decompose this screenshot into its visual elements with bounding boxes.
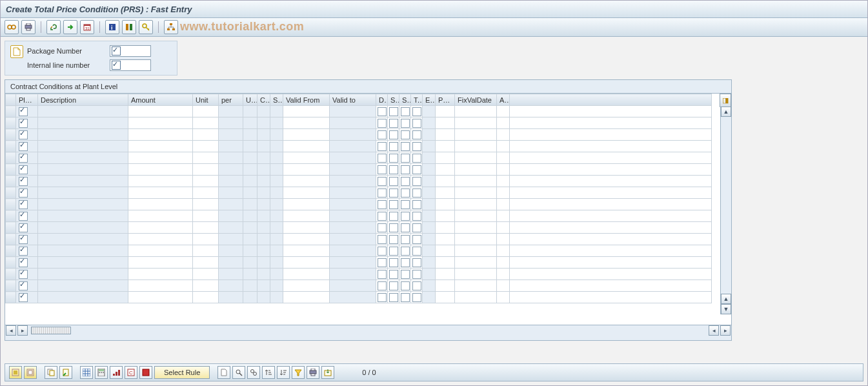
column-header-unit[interactable]: Unit bbox=[193, 94, 219, 106]
cell[interactable] bbox=[283, 117, 330, 129]
cell[interactable] bbox=[38, 199, 128, 210]
cell[interactable] bbox=[219, 152, 243, 164]
cell[interactable] bbox=[388, 269, 399, 280]
print-icon[interactable] bbox=[307, 366, 319, 379]
row-check-icon[interactable] bbox=[19, 119, 28, 128]
cell[interactable] bbox=[411, 164, 423, 176]
cell[interactable] bbox=[219, 292, 243, 303]
checkbox-icon[interactable] bbox=[412, 235, 421, 244]
cell[interactable] bbox=[243, 117, 257, 129]
cell[interactable] bbox=[330, 234, 376, 245]
cell[interactable] bbox=[388, 187, 399, 199]
package-number-input[interactable] bbox=[110, 45, 151, 57]
row-check-icon[interactable] bbox=[19, 223, 28, 232]
find-icon[interactable] bbox=[232, 366, 245, 379]
cell[interactable] bbox=[436, 164, 455, 176]
cell[interactable] bbox=[411, 152, 423, 164]
cell[interactable] bbox=[376, 292, 388, 303]
cell[interactable] bbox=[423, 106, 436, 117]
column-header-validto[interactable]: Valid to bbox=[330, 94, 376, 106]
print-icon[interactable] bbox=[21, 20, 35, 34]
cell[interactable] bbox=[219, 176, 243, 187]
deselect-all-icon[interactable] bbox=[24, 366, 37, 379]
cell[interactable] bbox=[388, 234, 399, 245]
cell[interactable] bbox=[399, 257, 411, 269]
new-page-icon[interactable] bbox=[217, 366, 230, 379]
cell[interactable] bbox=[38, 210, 128, 222]
cell[interactable] bbox=[376, 176, 388, 187]
cell[interactable] bbox=[128, 129, 193, 141]
cell[interactable] bbox=[376, 141, 388, 152]
cell[interactable] bbox=[38, 292, 128, 303]
row-selector[interactable] bbox=[6, 152, 16, 164]
cell[interactable] bbox=[128, 141, 193, 152]
cell-plant[interactable] bbox=[16, 199, 38, 210]
cell[interactable] bbox=[423, 129, 436, 141]
cell[interactable] bbox=[330, 117, 376, 129]
cell-plant[interactable] bbox=[16, 176, 38, 187]
cell[interactable] bbox=[193, 222, 219, 234]
cell[interactable] bbox=[128, 257, 193, 269]
calc-icon[interactable] bbox=[95, 366, 108, 379]
checkbox-icon[interactable] bbox=[389, 154, 398, 163]
cell[interactable] bbox=[411, 292, 423, 303]
cell[interactable] bbox=[243, 164, 257, 176]
cell[interactable] bbox=[243, 292, 257, 303]
cell-plant[interactable] bbox=[16, 269, 38, 280]
cell[interactable] bbox=[283, 164, 330, 176]
cell[interactable] bbox=[436, 117, 455, 129]
cell[interactable] bbox=[270, 176, 283, 187]
cell[interactable] bbox=[411, 210, 423, 222]
cell[interactable] bbox=[455, 176, 497, 187]
cell[interactable] bbox=[219, 141, 243, 152]
cell[interactable] bbox=[38, 234, 128, 245]
cell[interactable] bbox=[38, 269, 128, 280]
cell[interactable] bbox=[436, 199, 455, 210]
cell[interactable] bbox=[376, 152, 388, 164]
cell[interactable] bbox=[423, 210, 436, 222]
cell[interactable] bbox=[411, 234, 423, 245]
scroll-prev-icon[interactable]: ▸ bbox=[17, 325, 28, 336]
checkbox-icon[interactable] bbox=[378, 235, 387, 244]
execute-icon[interactable] bbox=[63, 20, 77, 34]
cell[interactable] bbox=[376, 129, 388, 141]
checkbox-icon[interactable] bbox=[389, 130, 398, 139]
cell[interactable] bbox=[436, 106, 455, 117]
select-all-icon[interactable] bbox=[9, 366, 22, 379]
table-row[interactable] bbox=[6, 280, 712, 292]
column-header-amount[interactable]: Amount bbox=[128, 94, 193, 106]
cell[interactable] bbox=[128, 176, 193, 187]
paste-icon[interactable] bbox=[59, 366, 72, 379]
cell[interactable] bbox=[455, 245, 497, 257]
cell[interactable] bbox=[497, 152, 510, 164]
column-header-s[interactable]: S.. bbox=[270, 94, 283, 106]
cell[interactable] bbox=[270, 152, 283, 164]
table-row[interactable] bbox=[6, 234, 712, 245]
cell[interactable] bbox=[257, 245, 270, 257]
checkbox-icon[interactable] bbox=[412, 188, 421, 198]
cell[interactable] bbox=[243, 280, 257, 292]
row-selector[interactable] bbox=[6, 164, 16, 176]
cell[interactable] bbox=[423, 280, 436, 292]
checkbox-icon[interactable] bbox=[401, 200, 410, 209]
table-row[interactable] bbox=[6, 129, 712, 141]
cell[interactable] bbox=[497, 292, 510, 303]
checkbox-icon[interactable] bbox=[412, 119, 421, 128]
cell[interactable] bbox=[243, 129, 257, 141]
cell[interactable] bbox=[436, 257, 455, 269]
column-header-plant[interactable]: Plant bbox=[16, 94, 38, 106]
cell[interactable] bbox=[399, 152, 411, 164]
checkbox-icon[interactable] bbox=[389, 188, 398, 198]
cell[interactable] bbox=[388, 245, 399, 257]
cell[interactable] bbox=[270, 199, 283, 210]
cell[interactable] bbox=[193, 257, 219, 269]
export-icon[interactable] bbox=[321, 366, 334, 379]
checkbox-icon[interactable] bbox=[378, 154, 387, 163]
cell[interactable] bbox=[193, 152, 219, 164]
cell[interactable] bbox=[257, 106, 270, 117]
cell[interactable] bbox=[257, 187, 270, 199]
scroll-up2-icon[interactable]: ▲ bbox=[721, 294, 731, 304]
checkbox-icon[interactable] bbox=[412, 258, 421, 267]
cell[interactable] bbox=[330, 141, 376, 152]
cell[interactable] bbox=[388, 152, 399, 164]
